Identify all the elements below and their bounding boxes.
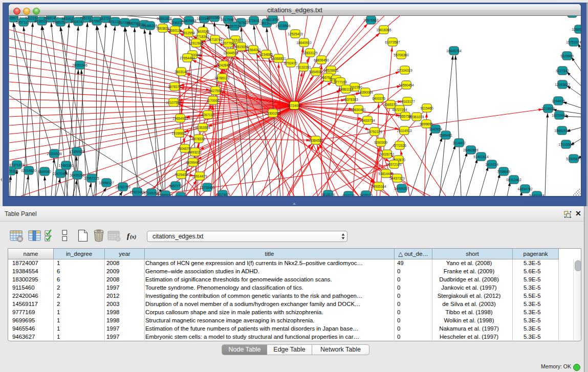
svg-text:62833125: 62833125	[302, 51, 318, 55]
svg-text:65630481: 65630481	[351, 108, 366, 112]
svg-text:17957225: 17957225	[84, 177, 99, 180]
svg-text:3114402: 3114402	[452, 141, 466, 145]
svg-text:17359928: 17359928	[69, 150, 84, 154]
svg-text:45378383: 45378383	[343, 98, 358, 101]
svg-text:57249208: 57249208	[144, 191, 159, 195]
svg-text:20876862: 20876862	[363, 18, 379, 22]
svg-text:4365370: 4365370	[384, 103, 397, 106]
svg-text:22470455: 22470455	[53, 172, 68, 176]
svg-text:13044516: 13044516	[223, 51, 238, 55]
svg-text:51505877: 51505877	[566, 157, 581, 161]
svg-text:46727204: 46727204	[392, 108, 407, 112]
svg-text:8878332: 8878332	[192, 137, 205, 141]
svg-text:7663822: 7663822	[156, 27, 169, 30]
svg-text:27654444: 27654444	[180, 56, 195, 60]
svg-text:18724007: 18724007	[287, 104, 302, 107]
svg-text:9457771: 9457771	[169, 184, 182, 188]
svg-text:12093822: 12093822	[555, 83, 570, 86]
svg-text:12923448: 12923448	[129, 190, 145, 194]
svg-text:15716485: 15716485	[200, 186, 215, 189]
svg-text:16914479: 16914479	[192, 174, 207, 178]
svg-text:19384554: 19384554	[308, 139, 323, 142]
svg-text:91564041: 91564041	[246, 48, 261, 52]
svg-text:5493222: 5493222	[188, 150, 202, 154]
svg-text:9242848: 9242848	[217, 63, 230, 67]
svg-text:6589481: 6589481	[439, 134, 452, 137]
svg-text:7357224: 7357224	[228, 25, 241, 28]
svg-text:32686563: 32686563	[572, 28, 581, 31]
svg-text:08312402: 08312402	[506, 178, 521, 182]
svg-text:4333776: 4333776	[342, 194, 355, 196]
svg-text:02014620: 02014620	[21, 169, 36, 172]
svg-text:87371678: 87371678	[9, 163, 25, 167]
svg-text:10107552: 10107552	[166, 101, 181, 104]
svg-text:60026751: 60026751	[379, 152, 395, 156]
svg-text:2803144: 2803144	[175, 70, 188, 74]
svg-text:54499207: 54499207	[394, 187, 409, 190]
svg-text:8912954: 8912954	[182, 31, 195, 35]
svg-text:26462889: 26462889	[463, 148, 478, 152]
svg-text:34786122: 34786122	[214, 76, 230, 80]
svg-text:5354930: 5354930	[309, 70, 322, 74]
svg-text:9260309: 9260309	[374, 141, 387, 144]
svg-text:4431982: 4431982	[9, 179, 11, 182]
svg-text:31912845: 31912845	[188, 41, 204, 45]
svg-text:3267110: 3267110	[201, 113, 214, 117]
svg-text:8660124: 8660124	[168, 29, 182, 32]
svg-text:16648784: 16648784	[446, 49, 462, 53]
svg-text:51402614: 51402614	[473, 155, 489, 159]
svg-text:7625402: 7625402	[175, 173, 188, 177]
svg-text:93814449: 93814449	[378, 172, 394, 176]
svg-text:25300203: 25300203	[265, 112, 280, 115]
svg-text:98682828: 98682828	[157, 17, 172, 20]
svg-text:24935164: 24935164	[371, 185, 386, 188]
svg-text:1419314: 1419314	[485, 163, 498, 166]
svg-text:0025167: 0025167	[174, 195, 187, 196]
svg-text:19218506: 19218506	[275, 24, 291, 28]
svg-text:(x): (x)	[130, 234, 136, 240]
svg-text:20206536: 20206536	[47, 152, 62, 156]
svg-text:30435205: 30435205	[70, 173, 85, 177]
svg-text:9329966: 9329966	[560, 54, 574, 58]
svg-text:49528831: 49528831	[323, 69, 339, 72]
svg-text:0837407: 0837407	[216, 193, 229, 196]
svg-text:66836450: 66836450	[314, 58, 329, 62]
svg-text:16210643: 16210643	[552, 114, 567, 117]
svg-text:15618365: 15618365	[376, 28, 391, 32]
svg-text:4234685: 4234685	[259, 53, 273, 56]
svg-text:10033809: 10033809	[207, 16, 222, 19]
svg-text:73433734: 73433734	[360, 119, 375, 122]
svg-text:09103177: 09103177	[400, 100, 415, 103]
svg-text:8813054: 8813054	[266, 18, 279, 21]
svg-text:55706360: 55706360	[394, 53, 409, 57]
svg-text:6400376: 6400376	[372, 97, 385, 100]
svg-text:16782759: 16782759	[115, 185, 130, 189]
svg-text:73132281: 73132281	[296, 65, 311, 69]
svg-text:56068831: 56068831	[271, 57, 286, 60]
svg-text:7409319: 7409319	[359, 193, 373, 196]
svg-text:9115460: 9115460	[420, 106, 433, 110]
svg-text:54437323: 54437323	[389, 177, 405, 180]
svg-text:6792470: 6792470	[284, 61, 297, 65]
svg-text:65572101: 65572101	[386, 163, 402, 166]
svg-text:19792376: 19792376	[367, 130, 382, 134]
svg-text:54590454: 54590454	[399, 83, 414, 87]
svg-text:6849340: 6849340	[38, 170, 51, 173]
svg-text:02077642: 02077642	[221, 41, 236, 45]
svg-text:82889093: 82889093	[158, 193, 173, 196]
svg-text:11353594: 11353594	[195, 126, 210, 129]
svg-text:8427552: 8427552	[209, 89, 222, 93]
svg-text:19654933: 19654933	[172, 117, 188, 120]
svg-text:9777169: 9777169	[334, 80, 347, 84]
svg-text:12525419: 12525419	[288, 32, 303, 36]
svg-text:9227342: 9227342	[556, 69, 569, 73]
svg-text:9699695: 9699695	[420, 122, 433, 126]
svg-text:04718746: 04718746	[207, 38, 223, 41]
svg-text:6772326: 6772326	[393, 144, 406, 147]
svg-text:1244415: 1244415	[552, 99, 565, 103]
svg-text:18640910: 18640910	[296, 41, 312, 45]
svg-text:62361078: 62361078	[409, 115, 424, 119]
svg-text:10958127: 10958127	[99, 181, 114, 185]
svg-text:1170066: 1170066	[206, 99, 220, 102]
svg-text:91805888: 91805888	[181, 19, 197, 23]
